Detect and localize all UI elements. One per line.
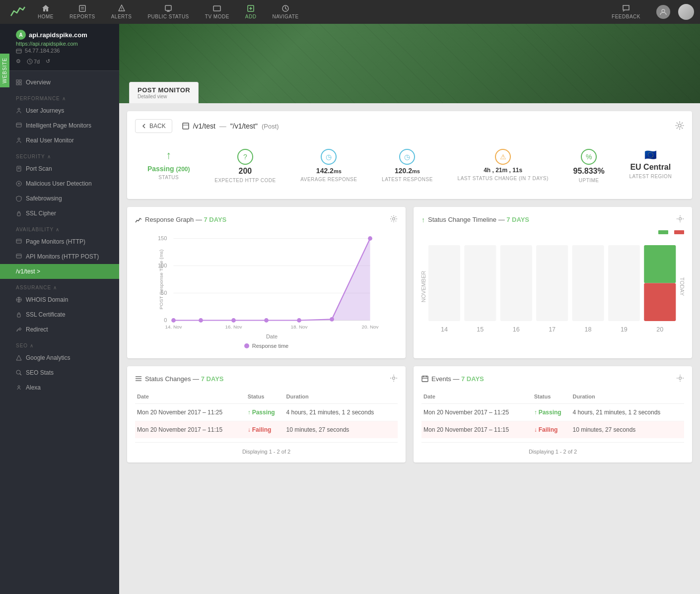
- svg-text:0: 0: [164, 317, 167, 323]
- table-row: Mon 20 November 2017 – 11:25 ↑Passing 4 …: [421, 403, 684, 421]
- nav-feedback[interactable]: FEEDBACK: [604, 4, 648, 19]
- logo[interactable]: [6, 3, 30, 21]
- charts-row: Response Graph — 7 DAYS 150 100 50 0: [127, 207, 692, 366]
- svg-rect-72: [500, 245, 532, 321]
- sidebar-item-api-monitors[interactable]: API Monitors (HTTP POST): [0, 249, 119, 264]
- site-name: A api.rapidspike.com: [16, 30, 113, 40]
- site-actions: ⚙ 7d ↺: [16, 58, 113, 65]
- stat-uptime: % 95.833% UPTIME: [573, 149, 605, 183]
- sidebar-item-safebrowsing[interactable]: Safebrowsing: [0, 191, 119, 206]
- svg-rect-15: [16, 49, 21, 53]
- detail-settings-icon[interactable]: [675, 121, 684, 132]
- stat-avg-response: ◷ 142.2ms AVERAGE RESPONSE: [300, 149, 357, 183]
- table-row: Mon 20 November 2017 – 11:15 ↓Failing 10…: [135, 421, 398, 438]
- svg-rect-75: [608, 245, 640, 321]
- events-table: Date Status Duration Mon 20 November 201…: [421, 390, 684, 438]
- sidebar-item-redirect[interactable]: Redirect: [0, 322, 119, 337]
- svg-point-91: [393, 377, 395, 379]
- status-changes-settings-icon[interactable]: [390, 374, 398, 384]
- sidebar-item-google-analytics[interactable]: Google Analytics: [0, 350, 119, 365]
- sidebar-item-overview[interactable]: Overview: [0, 75, 119, 90]
- svg-rect-18: [16, 80, 18, 82]
- nav-tv-mode[interactable]: TV MODE: [197, 4, 237, 19]
- svg-text:17: 17: [549, 326, 556, 333]
- svg-text:NOVEMBER: NOVEMBER: [421, 271, 426, 303]
- svg-point-69: [679, 218, 682, 220]
- sidebar: WEBSITE A api.rapidspike.com https://api…: [0, 24, 119, 594]
- svg-rect-78: [644, 283, 676, 321]
- events-footer: Displaying 1 - 2 of 2: [421, 442, 684, 455]
- section-seo: SEO ∧: [0, 337, 119, 350]
- status-changes-footer: Displaying 1 - 2 of 2: [135, 442, 398, 455]
- sidebar-item-page-monitors[interactable]: Page Monitors (HTTP): [0, 234, 119, 249]
- svg-text:14: 14: [441, 326, 448, 333]
- sidebar-item-ssl-certificate[interactable]: SSL Certificate: [0, 307, 119, 322]
- nav-home[interactable]: HOME: [30, 4, 62, 19]
- eu-flag-icon: 🇪🇺: [644, 149, 657, 161]
- events-settings-icon[interactable]: [676, 374, 684, 384]
- sidebar-item-v1-test[interactable]: /v1/test >: [0, 264, 119, 279]
- response-graph-panel: Response Graph — 7 DAYS 150 100 50 0: [127, 207, 406, 358]
- content-area: POST MONITOR Detailed view BACK /v1/test: [119, 24, 700, 594]
- svg-text:14. Nov: 14. Nov: [165, 324, 182, 330]
- nav-public-status[interactable]: PUBLIC STATUS: [140, 4, 197, 19]
- sidebar-item-port-scan[interactable]: Port Scan: [0, 161, 119, 176]
- back-button[interactable]: BACK: [135, 119, 172, 133]
- svg-rect-71: [464, 245, 496, 321]
- svg-point-59: [231, 318, 236, 323]
- nav-alerts[interactable]: ALERTS: [103, 4, 140, 19]
- settings-icon[interactable]: ⚙: [16, 58, 21, 65]
- svg-text:16: 16: [513, 326, 520, 333]
- sidebar-item-whois-domain[interactable]: WHOIS Domain: [0, 292, 119, 307]
- svg-point-63: [368, 236, 372, 241]
- svg-rect-73: [536, 245, 568, 321]
- stat-http-code: ? 200 EXPECTED HTTP CODE: [214, 149, 276, 183]
- svg-point-60: [264, 318, 269, 323]
- hero-image: POST MONITOR Detailed view: [119, 24, 700, 103]
- nav-reports[interactable]: REPORTS: [62, 4, 103, 19]
- sidebar-nav: Overview PERFORMANCE ∧ User Journeys Int…: [0, 71, 119, 399]
- timeline-settings-icon[interactable]: [676, 215, 684, 224]
- arrow-up-icon: ↑: [166, 149, 171, 162]
- svg-line-41: [20, 374, 21, 375]
- site-avatar: A: [16, 30, 26, 40]
- svg-rect-5: [165, 5, 171, 10]
- svg-point-57: [171, 318, 176, 323]
- table-row: Mon 20 November 2017 – 11:15 ↓Failing 10…: [421, 421, 684, 438]
- user-profile-avatar[interactable]: [678, 4, 694, 20]
- clock-icon: ◷: [321, 149, 337, 165]
- svg-point-96: [679, 377, 682, 379]
- sidebar-item-alexa[interactable]: Alexa: [0, 380, 119, 395]
- detail-header-panel: BACK /v1/test — "/v1/test" (Post): [127, 111, 692, 199]
- svg-text:20. Nov: 20. Nov: [361, 324, 378, 330]
- sidebar-item-malicious-user-detection[interactable]: Malicious User Detection: [0, 176, 119, 191]
- status-timeline-panel: ↑ Status Change Timeline — 7 DAYS: [414, 207, 692, 358]
- section-availability: AVAILABILITY ∧: [0, 221, 119, 234]
- svg-rect-32: [17, 213, 20, 216]
- svg-rect-20: [16, 83, 18, 85]
- legend-dot: [244, 343, 249, 348]
- svg-point-61: [297, 318, 301, 323]
- timeline-svg: 14 15 16 17 18 19 20 NOVEMBER TODAY: [421, 238, 684, 349]
- user-avatar-icon[interactable]: [656, 5, 670, 19]
- svg-rect-19: [19, 80, 21, 82]
- sidebar-item-seo-stats[interactable]: SEO Stats: [0, 365, 119, 380]
- svg-text:POST Response Time (ms): POST Response Time (ms): [158, 250, 164, 310]
- svg-point-22: [18, 108, 20, 110]
- svg-text:TODAY: TODAY: [679, 277, 684, 296]
- nav-add[interactable]: ADD: [237, 4, 265, 19]
- breadcrumb-tab: POST MONITOR Detailed view: [129, 82, 199, 103]
- question-circle-icon: ?: [237, 149, 253, 165]
- nav-navigate[interactable]: NAVIGATE: [264, 4, 306, 19]
- response-graph-settings-icon[interactable]: [390, 215, 398, 224]
- sidebar-item-intelligent-page-monitors[interactable]: Intelligent Page Monitors: [0, 118, 119, 133]
- sidebar-item-real-user-monitor[interactable]: Real User Monitor: [0, 133, 119, 148]
- refresh-icon[interactable]: ↺: [46, 58, 50, 65]
- inner-content: BACK /v1/test — "/v1/test" (Post): [119, 103, 700, 478]
- svg-rect-33: [16, 239, 21, 243]
- stat-region: 🇪🇺 EU Central LATEST REGION: [630, 149, 672, 183]
- stat-status-change: ⚠ 4h , 21m , 11s LAST STATUS CHANGE (IN …: [458, 149, 549, 183]
- sidebar-item-ssl-cipher[interactable]: SSL Cipher: [0, 206, 119, 221]
- sidebar-item-user-journeys[interactable]: User Journeys: [0, 103, 119, 118]
- svg-rect-43: [183, 123, 189, 129]
